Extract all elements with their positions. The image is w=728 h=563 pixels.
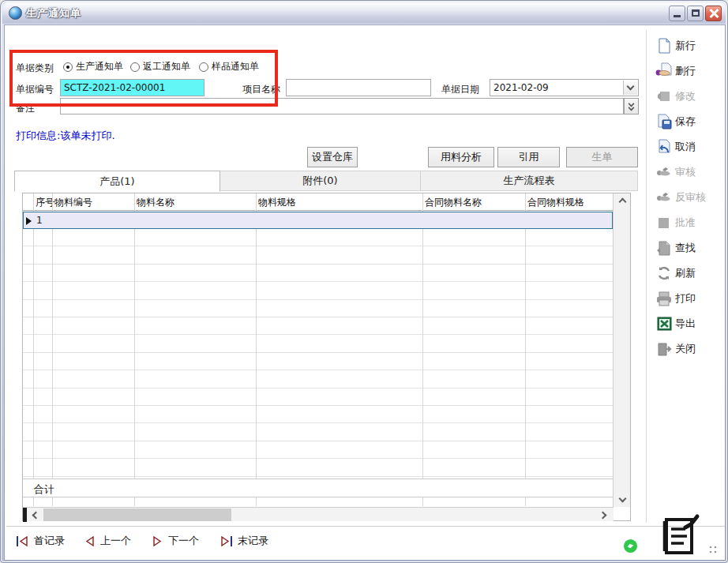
- first-record-button[interactable]: 首记录: [16, 534, 65, 548]
- nav-label: 下一个: [168, 534, 199, 548]
- delete-row-button[interactable]: 删行: [655, 62, 725, 81]
- radio-rework-notice[interactable]: 返工通知单: [130, 60, 190, 73]
- prev-record-icon: [84, 535, 96, 547]
- scroll-up-button[interactable]: [614, 193, 631, 208]
- arrow-up-icon: [618, 198, 626, 206]
- save-icon: [655, 113, 673, 130]
- scrollbar-thumb[interactable]: [43, 509, 231, 521]
- scroll-down-button[interactable]: [614, 493, 631, 507]
- vertical-scrollbar[interactable]: [613, 193, 630, 507]
- material-analysis-button[interactable]: 用料分析: [428, 147, 494, 167]
- tab-products[interactable]: 产品(1): [14, 171, 220, 192]
- radio-production-notice[interactable]: 生产通知单: [63, 60, 123, 73]
- radio-label: 生产通知单: [76, 60, 123, 73]
- window-title: 生产通知单: [26, 6, 81, 21]
- col-header-material-name[interactable]: 物料名称: [137, 196, 174, 209]
- delete-row-icon: [655, 62, 673, 80]
- date-dropdown-button[interactable]: [623, 81, 637, 95]
- next-record-button[interactable]: 下一个: [152, 534, 199, 548]
- excel-export-icon: [655, 315, 673, 332]
- col-header-material-code[interactable]: 物料编号: [54, 196, 92, 209]
- nav-label: 末记录: [238, 534, 268, 548]
- reference-button[interactable]: 引用: [497, 147, 560, 167]
- arrow-left-icon: [32, 511, 40, 519]
- find-icon: [655, 239, 673, 257]
- new-page-icon: [655, 37, 673, 54]
- radio-sample-notice[interactable]: 样品通知单: [199, 60, 259, 73]
- unaudit-button[interactable]: 反审核: [655, 188, 725, 207]
- print-button[interactable]: 打印: [655, 289, 725, 308]
- nav-label: 上一个: [100, 534, 131, 548]
- grid-line: [422, 193, 423, 506]
- table-row-selected[interactable]: 1: [23, 212, 613, 229]
- create-order-button[interactable]: 生单: [566, 147, 638, 167]
- minimize-button[interactable]: [669, 6, 685, 21]
- refresh-icon: [655, 265, 673, 282]
- audit-button[interactable]: 审核: [655, 163, 725, 182]
- modify-button[interactable]: 修改: [655, 87, 725, 106]
- col-header-contract-spec[interactable]: 合同物料规格: [527, 196, 584, 209]
- double-chevron-down-icon: [629, 103, 634, 111]
- set-warehouse-button[interactable]: 设置仓库: [307, 147, 358, 167]
- close-button[interactable]: [705, 6, 722, 21]
- modify-icon: [655, 88, 673, 105]
- printer-icon: [655, 290, 673, 307]
- total-row: 合计: [23, 479, 614, 497]
- grid-line: [525, 193, 526, 506]
- doc-no-label: 单据编号: [16, 83, 54, 96]
- cancel-button[interactable]: 取消: [655, 137, 725, 156]
- grid-line: [33, 193, 34, 506]
- arrow-right-icon: [599, 511, 607, 519]
- exit-door-icon: [655, 340, 673, 358]
- last-record-icon: [220, 535, 233, 547]
- unaudit-icon: [655, 189, 673, 206]
- col-header-contract-name[interactable]: 合同物料名称: [425, 196, 482, 209]
- save-button[interactable]: 保存: [655, 112, 725, 131]
- resize-grip[interactable]: [708, 545, 721, 557]
- scroll-right-button[interactable]: [597, 508, 611, 522]
- notepad-check-icon: [659, 513, 703, 559]
- new-row-button[interactable]: 新行: [655, 36, 725, 55]
- materials-table: 序号 物料编号 物料名称 物料规格 合同物料名称 合同物料规格 1 合计: [22, 193, 631, 521]
- horizontal-scrollbar[interactable]: [23, 507, 614, 521]
- tab-strip: 产品(1) 附件(0) 生产流程表: [14, 171, 638, 192]
- maximize-icon: [692, 9, 700, 17]
- tab-attachments[interactable]: 附件(0): [220, 171, 421, 191]
- find-button[interactable]: 查找: [655, 238, 725, 257]
- print-info-text: 打印信息:该单未打印.: [16, 129, 115, 143]
- remark-expand-button[interactable]: [624, 98, 639, 114]
- row-seq-value: 1: [36, 215, 43, 226]
- col-header-material-spec[interactable]: 物料规格: [258, 196, 296, 209]
- scroll-left-button[interactable]: [28, 508, 42, 522]
- project-name-input[interactable]: [286, 79, 431, 96]
- maximize-button[interactable]: [687, 6, 704, 21]
- radio-icon: [63, 62, 73, 72]
- refresh-button[interactable]: 刷新: [655, 264, 725, 283]
- nav-label: 首记录: [34, 534, 65, 548]
- doc-date-combobox[interactable]: 2021-02-09: [490, 79, 639, 96]
- radio-icon: [130, 62, 140, 72]
- project-name-label: 项目名称: [242, 83, 280, 96]
- radio-label: 样品通知单: [212, 60, 259, 73]
- minimize-icon: [674, 15, 681, 17]
- sidebar-divider: [646, 30, 647, 523]
- last-record-button[interactable]: 末记录: [220, 534, 268, 548]
- doc-date-value: 2021-02-09: [493, 82, 549, 93]
- remark-input[interactable]: [60, 98, 624, 114]
- splitter-handle[interactable]: [23, 508, 27, 522]
- grid-line: [134, 193, 135, 506]
- prev-record-button[interactable]: 上一个: [84, 534, 131, 548]
- total-label: 合计: [34, 482, 54, 497]
- cancel-icon: [655, 138, 673, 156]
- tab-production-flow[interactable]: 生产流程表: [421, 171, 638, 191]
- doc-date-label: 单据日期: [441, 83, 479, 96]
- approve-button[interactable]: 批准: [655, 213, 725, 232]
- chevron-down-icon: [627, 82, 635, 90]
- radio-label: 返工通知单: [143, 60, 190, 73]
- close-window-button[interactable]: 关闭: [655, 340, 725, 358]
- title-bar[interactable]: 生产通知单: [2, 2, 726, 24]
- export-button[interactable]: 导出: [655, 314, 725, 333]
- doc-no-input[interactable]: SCTZ-2021-02-00001: [60, 79, 205, 96]
- audit-icon: [655, 163, 673, 181]
- app-globe-icon: [9, 6, 22, 20]
